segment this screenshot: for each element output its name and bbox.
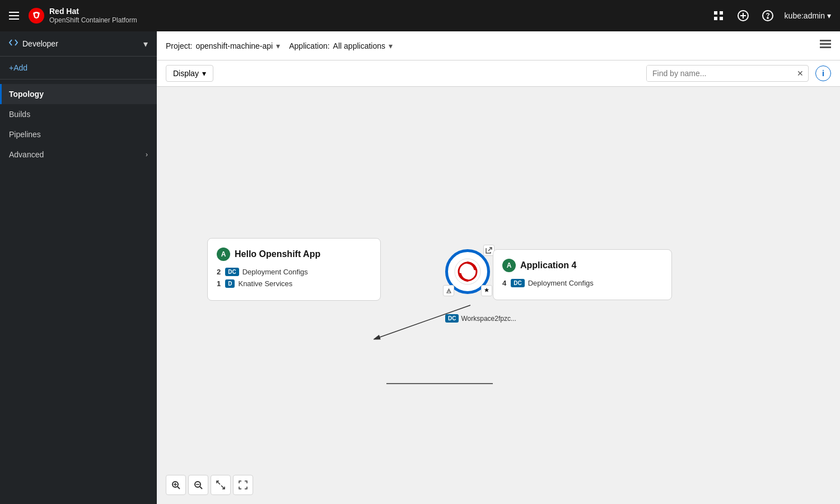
sidebar: Developer ▾ +Add Topology Builds Pipelin…: [0, 31, 157, 504]
sidebar-item-label: Pipelines: [9, 130, 41, 139]
hamburger-icon[interactable]: [9, 12, 19, 20]
content-topbar: Project: openshift-machine-api ▾ Applica…: [157, 31, 840, 60]
app-badge-4: A: [502, 259, 516, 272]
app-row-dc-4: 4 DC Deployment Configs: [502, 279, 662, 287]
svg-rect-3: [714, 17, 717, 20]
user-caret: ▾: [827, 11, 831, 20]
sidebar-nav: Topology Builds Pipelines Advanced ›: [0, 80, 157, 169]
reset-button[interactable]: [211, 475, 231, 495]
sidebar-item-topology[interactable]: Topology: [0, 84, 157, 104]
dc-count-4: 4: [502, 279, 506, 287]
content-area: Project: openshift-machine-api ▾ Applica…: [157, 31, 840, 504]
svg-rect-12: [820, 46, 831, 48]
node-label: DC Workspace2fpzc...: [445, 314, 516, 323]
help-icon[interactable]: [760, 8, 776, 24]
top-header: Red Hat OpenShift Container Platform kub…: [0, 0, 840, 31]
search-box: ✕: [646, 65, 809, 82]
chevron-right-icon: ›: [146, 151, 148, 158]
header-actions: kube:admin ▾: [711, 8, 831, 24]
project-caret: ▾: [276, 41, 280, 50]
svg-rect-11: [820, 43, 831, 45]
svg-line-26: [200, 487, 202, 489]
brand-name: Red Hat: [49, 7, 137, 16]
app-group-app4[interactable]: A Application 4 4 DC Deployment Configs: [493, 249, 672, 300]
project-label: Project:: [166, 41, 192, 50]
info-icon[interactable]: i: [815, 66, 831, 81]
user-label: kube:admin: [785, 11, 825, 20]
svg-rect-10: [820, 40, 831, 41]
app-group-name: Hello Openshift App: [235, 249, 320, 259]
app-label: Application:: [289, 41, 329, 50]
context-caret: ▾: [143, 39, 148, 49]
svg-rect-4: [720, 17, 723, 20]
dc-label: Deployment Configs: [242, 268, 308, 276]
svg-point-9: [767, 17, 768, 18]
d-badge-hello: D: [225, 279, 235, 288]
bottom-controls: [166, 475, 253, 495]
svg-rect-1: [714, 11, 717, 15]
knative-count: 1: [217, 279, 221, 288]
dc-badge-4: DC: [511, 279, 524, 287]
app-group-hello[interactable]: A Hello Openshift App 2 DC Deployment Co…: [207, 238, 381, 301]
redhat-logo: [28, 7, 45, 24]
knative-label: Knative Services: [238, 279, 292, 288]
app-group-header: A Hello Openshift App: [217, 248, 371, 261]
svg-point-19: [448, 291, 449, 292]
grid-icon[interactable]: [711, 8, 726, 24]
list-view-icon[interactable]: [820, 40, 831, 52]
app-group-name-4: Application 4: [520, 260, 576, 270]
sidebar-item-advanced[interactable]: Advanced ›: [0, 144, 157, 165]
svg-rect-2: [720, 11, 723, 15]
brand-text: Red Hat OpenShift Container Platform: [49, 7, 137, 24]
display-button[interactable]: Display ▾: [166, 65, 213, 82]
dc-label-4: Deployment Configs: [528, 279, 594, 287]
app-selector[interactable]: Application: All applications ▾: [289, 41, 393, 50]
sidebar-item-label: Advanced: [9, 150, 44, 159]
node-build-icon[interactable]: [443, 285, 454, 296]
topology-canvas[interactable]: DC Workspace2fpzc... A Hello Openshift A…: [157, 87, 840, 504]
sidebar-add[interactable]: +Add: [0, 57, 157, 80]
sidebar-context[interactable]: Developer ▾: [0, 31, 157, 57]
fit-button[interactable]: [233, 475, 253, 495]
sidebar-item-pipelines[interactable]: Pipelines: [0, 124, 157, 144]
dc-count: 2: [217, 268, 221, 276]
search-input[interactable]: [647, 66, 792, 81]
code-icon: [9, 38, 18, 49]
sidebar-item-label: Builds: [9, 110, 30, 119]
openshift-icon: [454, 258, 482, 286]
app-row-dc: 2 DC Deployment Configs: [217, 268, 371, 276]
app-badge-hello: A: [217, 248, 230, 261]
filter-bar: Display ▾ ✕ i: [157, 60, 840, 87]
node-settings-icon[interactable]: [481, 285, 492, 296]
sidebar-item-label: Topology: [9, 90, 44, 99]
search-clear-button[interactable]: ✕: [792, 66, 808, 81]
app-row-knative: 1 D Knative Services: [217, 279, 371, 288]
dc-badge-hello: DC: [225, 268, 239, 276]
app-caret: ▾: [389, 41, 393, 50]
add-icon[interactable]: [735, 8, 751, 24]
app-name: All applications: [333, 41, 385, 50]
zoom-out-button[interactable]: [188, 475, 208, 495]
app-group-header-4: A Application 4: [502, 259, 662, 272]
node-label-text: Workspace2fpzc...: [461, 315, 516, 323]
display-caret: ▾: [202, 69, 206, 78]
display-label: Display: [173, 69, 199, 78]
brand-sub: OpenShift Container Platform: [49, 16, 137, 24]
context-label: Developer: [22, 39, 58, 48]
zoom-in-button[interactable]: [166, 475, 186, 495]
svg-line-23: [178, 487, 180, 489]
project-name: openshift-machine-api: [195, 41, 273, 50]
header-user[interactable]: kube:admin ▾: [785, 11, 831, 20]
brand: Red Hat OpenShift Container Platform: [28, 7, 137, 24]
dc-badge: DC: [445, 314, 459, 323]
main-layout: Developer ▾ +Add Topology Builds Pipelin…: [0, 31, 840, 504]
project-selector[interactable]: Project: openshift-machine-api ▾: [166, 41, 280, 50]
sidebar-item-builds[interactable]: Builds: [0, 104, 157, 124]
